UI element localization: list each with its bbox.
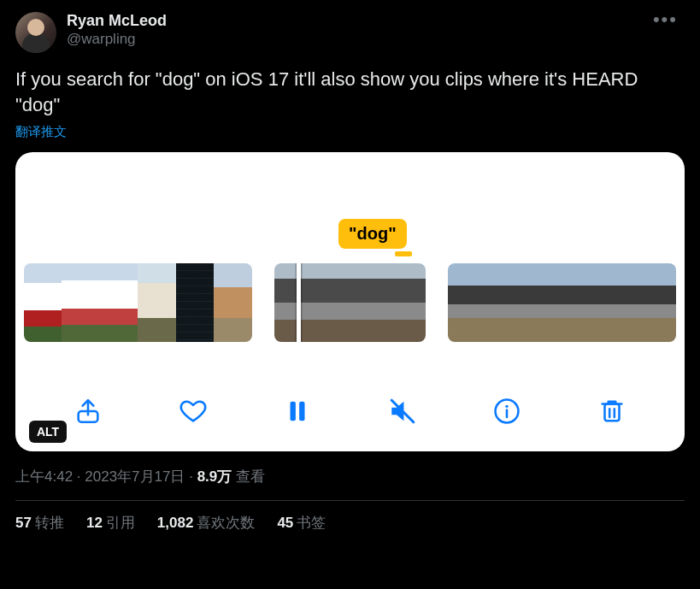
tweet-meta: 上午4:42 · 2023年7月17日 · 8.9万 查看: [15, 467, 685, 486]
clip-group[interactable]: [448, 263, 676, 342]
views-count: 8.9万: [197, 468, 232, 485]
tweet-stats: 57转推 12引用 1,082喜欢次数 45书签: [15, 513, 685, 533]
handle[interactable]: @warpling: [67, 31, 646, 48]
media-attachment[interactable]: "dog": [15, 152, 685, 451]
mute-icon[interactable]: [388, 397, 417, 426]
tweet-time[interactable]: 上午4:42: [15, 468, 73, 485]
pause-icon[interactable]: [283, 397, 312, 426]
retweets-stat[interactable]: 57转推: [15, 513, 64, 533]
views-label: 查看: [232, 468, 265, 485]
display-name[interactable]: Ryan McLeod: [67, 12, 646, 30]
divider: [15, 500, 685, 501]
svg-rect-1: [291, 402, 296, 421]
svg-rect-2: [299, 402, 304, 421]
tweet-text: If you search for "dog" on iOS 17 it'll …: [15, 67, 685, 117]
media-toolbar: [15, 397, 685, 426]
clip-group[interactable]: [24, 263, 252, 342]
heart-icon[interactable]: [179, 397, 208, 426]
likes-stat[interactable]: 1,082喜欢次数: [157, 513, 256, 533]
info-icon[interactable]: [492, 397, 521, 426]
avatar[interactable]: [15, 12, 56, 53]
clip-group-active[interactable]: [274, 263, 426, 342]
svg-point-5: [506, 405, 509, 408]
tweet-date[interactable]: 2023年7月17日: [85, 468, 185, 485]
translate-link[interactable]: 翻译推文: [15, 124, 67, 140]
svg-rect-6: [604, 404, 619, 421]
playhead-marker: [395, 251, 412, 256]
video-timeline[interactable]: [15, 262, 685, 344]
share-icon[interactable]: [74, 397, 103, 426]
search-match-tag: "dog": [338, 219, 407, 249]
quotes-stat[interactable]: 12引用: [86, 513, 135, 533]
bookmarks-stat[interactable]: 45书签: [277, 513, 326, 533]
more-options-button[interactable]: •••: [646, 12, 685, 27]
trash-icon[interactable]: [597, 397, 626, 426]
alt-badge[interactable]: ALT: [29, 421, 67, 443]
